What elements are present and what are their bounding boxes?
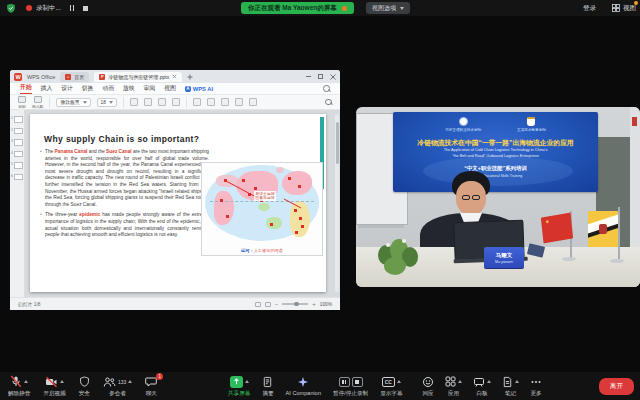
whiteboard-button[interactable]: 白板	[473, 375, 491, 398]
font-name-select[interactable]: 微软雅黑	[56, 98, 90, 107]
caret-up-icon[interactable]	[487, 380, 491, 383]
viewing-banner: 你正在观看 Ma Yaowen的屏幕	[241, 2, 354, 14]
thumb-preview	[14, 162, 23, 169]
menu-review[interactable]: 审阅	[144, 84, 156, 93]
view-options-button[interactable]: 视图选项	[366, 2, 410, 14]
keyword-suez-canal: Suez Canal	[106, 149, 132, 154]
caret-up-icon[interactable]	[458, 380, 462, 383]
slideshow-view-icon[interactable]	[265, 302, 271, 307]
flag-pole	[618, 207, 620, 259]
wps-home-tab[interactable]: ⌂ 首页	[60, 72, 89, 82]
insert-chart-button[interactable]	[249, 98, 257, 106]
captions-cc-icon: CC	[382, 377, 395, 387]
slide-thumbnail[interactable]: 1	[11, 116, 23, 123]
speaker-video-tile[interactable]: 南京交通职业技术学院 文莱技术教育学院 冷链物流技术在中国“一带一路”出海物流企…	[356, 107, 640, 287]
bold-button[interactable]	[130, 98, 138, 106]
react-button[interactable]: 回应	[422, 375, 434, 398]
leave-meeting-button[interactable]: 离开	[599, 378, 634, 395]
search-icon[interactable]	[323, 85, 330, 92]
normal-view-icon[interactable]	[255, 302, 261, 307]
zoom-slider-knob[interactable]	[294, 302, 299, 307]
thumb-number: 4	[11, 151, 13, 155]
menu-design[interactable]: 设计	[61, 84, 73, 93]
scrollbar-thumb[interactable]	[336, 122, 339, 164]
slide-thumbnail[interactable]: 2	[11, 128, 23, 135]
close-window-icon[interactable]	[330, 74, 336, 80]
caret-up-icon[interactable]	[24, 380, 28, 383]
menu-transition[interactable]: 切换	[82, 84, 94, 93]
menu-animation[interactable]: 动画	[102, 84, 114, 93]
security-button[interactable]: 安全	[79, 375, 90, 398]
notes-icon	[502, 376, 513, 388]
document-tab-label: 冷链物流与供应链管理.pptx	[108, 74, 169, 80]
menu-view[interactable]: 视图	[164, 84, 176, 93]
font-size-select[interactable]: 18	[97, 98, 117, 107]
align-left-button[interactable]	[193, 98, 201, 106]
zoom-in-button[interactable]: +	[312, 302, 316, 307]
font-color-button[interactable]	[172, 98, 180, 106]
insert-picture-button[interactable]	[221, 98, 229, 106]
recording-status: 录制中...	[36, 4, 61, 13]
thumb-number: 6	[11, 174, 13, 178]
speaker-name-tag: 马耀文 Ma yaowen	[484, 247, 524, 269]
wps-ai-button[interactable]: AWPS AI	[185, 86, 213, 92]
italic-button[interactable]	[144, 98, 152, 106]
caret-up-icon[interactable]	[245, 380, 249, 383]
close-tab-icon[interactable]	[172, 74, 177, 79]
maximize-icon[interactable]	[318, 74, 323, 79]
new-tab-plus-icon[interactable]	[187, 74, 193, 80]
brunei-emblem-icon	[599, 224, 607, 234]
slide-thumbnail[interactable]: 6	[11, 174, 23, 181]
format-painter-button[interactable]: 格式刷	[32, 96, 43, 109]
stop-recording-button[interactable]	[83, 6, 88, 11]
zoom-slider[interactable]	[282, 303, 308, 305]
pause-recording-button[interactable]	[70, 5, 75, 11]
underline-button[interactable]	[158, 98, 166, 106]
start-video-button[interactable]: 开启视频	[43, 375, 65, 398]
share-screen-button[interactable]: 共享屏幕	[228, 375, 250, 398]
react-label: 回应	[422, 390, 433, 398]
start-video-label: 开启视频	[43, 390, 65, 398]
thumb-number: 3	[11, 139, 13, 143]
summary-button[interactable]: 摘要	[262, 375, 273, 398]
ai-companion-button[interactable]: AI Companion	[286, 375, 321, 396]
caret-up-icon[interactable]	[128, 380, 132, 383]
menu-insert[interactable]: 插入	[41, 84, 53, 93]
show-captions-button[interactable]: CC 显示字幕	[380, 375, 402, 398]
slide-thumbnail[interactable]: 3	[11, 139, 23, 146]
format-painter-label: 格式刷	[32, 104, 43, 109]
caret-up-icon[interactable]	[515, 380, 519, 383]
canal-callout-lines	[202, 163, 324, 257]
pause-stop-recording-button[interactable]: 暂停/停止录制	[333, 375, 368, 398]
pause-recording-icon[interactable]	[339, 377, 350, 387]
slide-thumbnail-panel[interactable]: 1 2 3 4 5 6	[10, 110, 25, 297]
more-button[interactable]: 更多	[530, 375, 542, 398]
stop-recording-icon[interactable]	[352, 377, 363, 387]
slide-thumbnail[interactable]: 4	[11, 151, 23, 158]
caret-up-icon[interactable]	[397, 380, 401, 383]
minimize-icon[interactable]	[306, 76, 311, 77]
caret-up-icon[interactable]	[60, 380, 64, 383]
insert-table-button[interactable]	[235, 98, 243, 106]
toolbar-separator	[186, 97, 187, 108]
notification-dot-icon	[634, 1, 638, 5]
notes-button[interactable]: 笔记	[502, 375, 519, 398]
menu-home[interactable]: 开始	[20, 83, 32, 94]
menu-slideshow[interactable]: 放映	[123, 84, 135, 93]
align-center-button[interactable]	[207, 98, 215, 106]
wps-document-tab[interactable]: P 冷链物流与供应链管理.pptx	[94, 72, 182, 82]
unmute-button[interactable]: 解除静音	[8, 375, 30, 398]
apps-button[interactable]: 应用	[445, 375, 462, 398]
find-replace-icon[interactable]	[325, 99, 332, 106]
chat-button[interactable]: 1 聊天	[145, 375, 157, 398]
paste-button[interactable]: 粘贴	[18, 96, 26, 109]
sign-in-button[interactable]: 登录	[583, 0, 596, 16]
wps-ai-icon: A	[185, 86, 191, 92]
security-label: 安全	[79, 390, 90, 398]
participants-button[interactable]: 133 参会者	[103, 375, 132, 398]
view-layout-button[interactable]: 视图	[612, 0, 636, 16]
zoom-out-button[interactable]: −	[275, 302, 279, 307]
slide-thumbnail[interactable]: 5	[11, 162, 23, 169]
bullet-1: The Panama Canal and the Suez Canal are …	[40, 149, 209, 208]
vertical-scrollbar[interactable]	[335, 114, 339, 292]
